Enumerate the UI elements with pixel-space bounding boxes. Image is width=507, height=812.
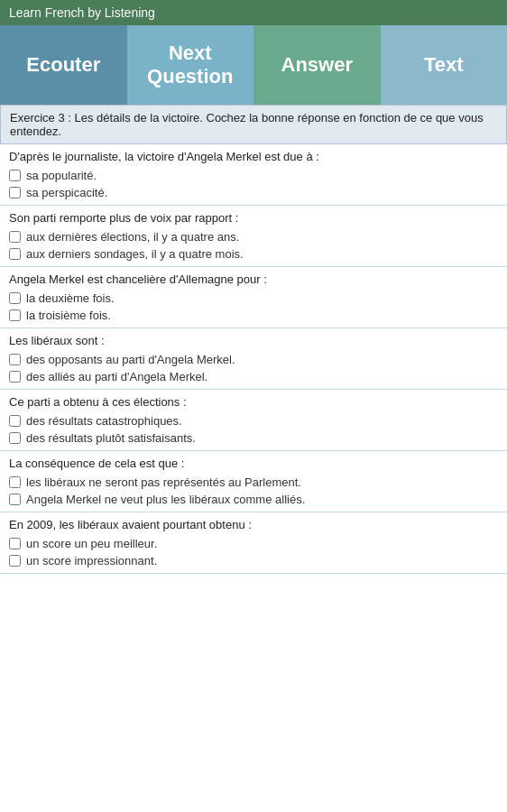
checkbox-2-1[interactable]	[9, 309, 21, 321]
option-row-3-1: des alliés au parti d'Angela Merkel.	[9, 368, 498, 385]
option-row-1-1: aux derniers sondages, il y a quatre moi…	[9, 245, 498, 263]
question-label-6: En 2009, les libéraux avaient pourtant o…	[9, 518, 498, 531]
top-bar-label: Learn French by Listening	[9, 5, 155, 20]
option-row-3-0: des opposants au parti d'Angela Merkel.	[9, 351, 498, 368]
question-label-5: La conséquence de cela est que :	[9, 457, 498, 470]
checkbox-3-1[interactable]	[9, 371, 21, 383]
option-label-4-1: des résultats plutôt satisfaisants.	[26, 431, 196, 445]
option-row-0-1: sa perspicacité.	[9, 184, 498, 201]
option-label-2-0: la deuxième fois.	[26, 291, 115, 305]
option-row-6-1: un score impressionnant.	[9, 552, 498, 569]
checkbox-0-1[interactable]	[9, 187, 21, 198]
question-block-4: Ce parti a obtenu à ces élections :des r…	[0, 390, 507, 451]
question-label-0: D'après le journaliste, la victoire d'An…	[9, 150, 498, 163]
checkbox-6-1[interactable]	[9, 555, 21, 567]
text-button[interactable]: Text	[381, 25, 508, 105]
question-block-2: Angela Merkel est chancelière d'Allemagn…	[0, 267, 507, 328]
next-question-button[interactable]: Next Question	[127, 25, 254, 105]
question-block-6: En 2009, les libéraux avaient pourtant o…	[0, 512, 507, 574]
ecouter-button[interactable]: Ecouter	[0, 25, 127, 105]
question-block-5: La conséquence de cela est que :les libé…	[0, 451, 507, 512]
checkbox-4-1[interactable]	[9, 432, 21, 444]
option-label-3-0: des opposants au parti d'Angela Merkel.	[26, 353, 235, 366]
option-row-6-0: un score un peu meilleur.	[9, 535, 498, 552]
option-label-0-1: sa perspicacité.	[26, 186, 107, 199]
option-row-2-0: la deuxième fois.	[9, 290, 498, 307]
question-label-1: Son parti remporte plus de voix par rapp…	[9, 211, 498, 225]
question-label-2: Angela Merkel est chancelière d'Allemagn…	[9, 272, 498, 286]
bottom-area	[0, 574, 507, 812]
checkbox-1-0[interactable]	[9, 231, 21, 243]
option-row-4-0: des résultats catastrophiques.	[9, 412, 498, 429]
question-block-0: D'après le journaliste, la victoire d'An…	[0, 144, 507, 206]
question-label-3: Les libéraux sont :	[9, 334, 498, 347]
checkbox-0-0[interactable]	[9, 170, 21, 181]
option-label-1-1: aux derniers sondages, il y a quatre moi…	[26, 247, 244, 261]
checkbox-3-0[interactable]	[9, 354, 21, 365]
option-row-2-1: la troisième fois.	[9, 307, 498, 324]
nav-buttons: Ecouter Next Question Answer Text	[0, 25, 507, 105]
option-row-5-1: Angela Merkel ne veut plus les libéraux …	[9, 491, 498, 508]
checkbox-5-0[interactable]	[9, 476, 21, 488]
checkbox-5-1[interactable]	[9, 494, 21, 505]
checkbox-6-0[interactable]	[9, 538, 21, 549]
top-bar: Learn French by Listening	[0, 0, 507, 25]
question-block-1: Son parti remporte plus de voix par rapp…	[0, 206, 507, 267]
option-row-4-1: des résultats plutôt satisfaisants.	[9, 429, 498, 447]
option-label-6-1: un score impressionnant.	[26, 554, 157, 567]
answer-button[interactable]: Answer	[254, 25, 381, 105]
question-block-3: Les libéraux sont :des opposants au part…	[0, 328, 507, 390]
question-label-4: Ce parti a obtenu à ces élections :	[9, 395, 498, 409]
option-label-1-0: aux dernières élections, il y a quatre a…	[26, 230, 239, 244]
option-label-4-0: des résultats catastrophiques.	[26, 414, 182, 428]
option-row-5-0: les libéraux ne seront pas représentés a…	[9, 474, 498, 491]
option-label-6-0: un score un peu meilleur.	[26, 537, 157, 550]
option-row-1-0: aux dernières élections, il y a quatre a…	[9, 228, 498, 245]
option-label-0-0: sa popularité.	[26, 169, 97, 182]
option-row-0-0: sa popularité.	[9, 167, 498, 184]
option-label-2-1: la troisième fois.	[26, 309, 111, 322]
content-area: D'après le journaliste, la victoire d'An…	[0, 144, 507, 574]
checkbox-4-0[interactable]	[9, 415, 21, 427]
checkbox-2-0[interactable]	[9, 292, 21, 304]
exercise-header: Exercice 3 : Les détails de la victoire.…	[0, 105, 507, 144]
option-label-3-1: des alliés au parti d'Angela Merkel.	[26, 370, 207, 383]
option-label-5-1: Angela Merkel ne veut plus les libéraux …	[26, 493, 305, 506]
checkbox-1-1[interactable]	[9, 248, 21, 260]
option-label-5-0: les libéraux ne seront pas représentés a…	[26, 475, 301, 489]
